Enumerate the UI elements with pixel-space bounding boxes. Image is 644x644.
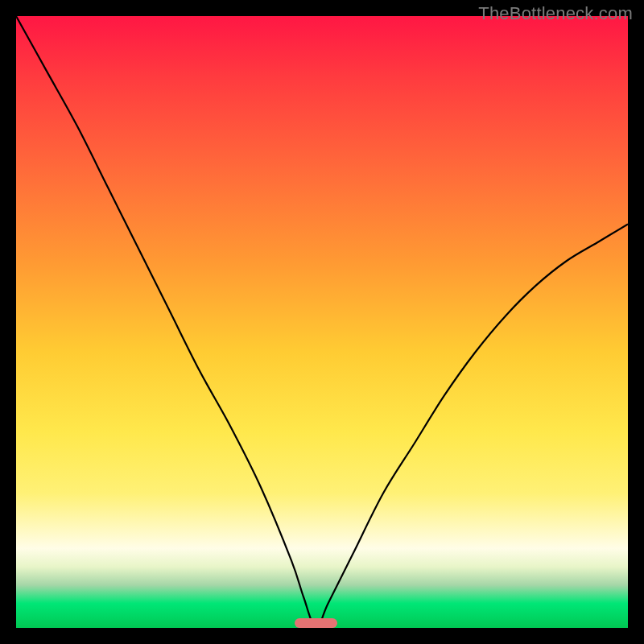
curve-path bbox=[16, 16, 628, 628]
optimum-marker bbox=[295, 618, 337, 628]
chart-container: TheBottleneck.com bbox=[0, 0, 644, 644]
watermark-text: TheBottleneck.com bbox=[478, 3, 633, 24]
plot-area bbox=[16, 16, 628, 628]
bottleneck-curve bbox=[16, 16, 628, 628]
